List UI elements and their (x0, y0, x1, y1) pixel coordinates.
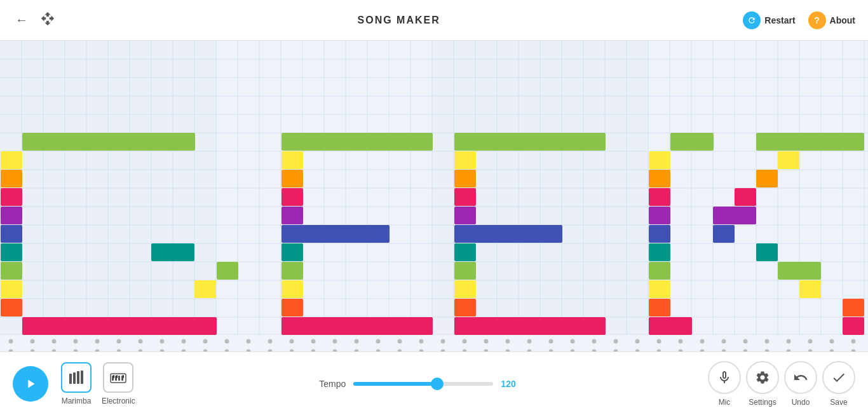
marimba-label: Marimba (62, 397, 92, 405)
settings-button[interactable]: Settings (746, 361, 779, 407)
svg-rect-92 (454, 243, 476, 261)
svg-rect-99 (649, 151, 670, 169)
about-label: About (830, 15, 855, 25)
svg-point-139 (441, 339, 445, 344)
svg-rect-84 (281, 317, 433, 335)
marimba-button[interactable]: Marimba (61, 362, 92, 405)
svg-point-122 (74, 339, 78, 344)
svg-point-134 (333, 339, 337, 344)
save-icon-circle (822, 361, 855, 394)
svg-point-130 (247, 339, 251, 344)
svg-rect-67 (1, 243, 22, 261)
svg-rect-104 (735, 188, 756, 206)
electronic-icon (103, 362, 133, 393)
instrument-group: Marimba Electronic (61, 362, 135, 405)
svg-rect-77 (281, 188, 303, 206)
svg-rect-69 (1, 280, 22, 298)
tempo-label: Tempo (319, 379, 346, 389)
svg-rect-79 (281, 225, 390, 243)
svg-point-121 (52, 339, 57, 344)
restart-icon (743, 11, 761, 29)
svg-point-156 (808, 339, 813, 344)
header: ← SONG MAKER Restart ? About (0, 0, 868, 41)
svg-rect-61 (22, 133, 195, 151)
svg-rect-98 (756, 133, 864, 151)
svg-point-124 (117, 339, 121, 344)
play-button[interactable] (13, 366, 48, 402)
svg-rect-85 (217, 262, 238, 280)
song-grid-area[interactable] (0, 41, 868, 351)
svg-rect-101 (756, 170, 778, 187)
svg-rect-82 (281, 280, 303, 298)
svg-point-119 (9, 339, 13, 344)
svg-rect-62 (1, 151, 22, 169)
page-title: SONG MAKER (358, 15, 440, 26)
svg-point-129 (225, 339, 229, 344)
tempo-value: 120 (501, 379, 524, 389)
svg-rect-114 (799, 280, 821, 298)
svg-rect-86 (454, 133, 606, 151)
svg-point-138 (419, 339, 424, 344)
right-tools: Mic Settings Undo Save (708, 361, 855, 407)
about-icon: ? (808, 11, 826, 29)
svg-rect-73 (194, 280, 216, 298)
svg-point-143 (527, 339, 532, 344)
restart-button[interactable]: Restart (743, 11, 795, 29)
marimba-icon (61, 362, 92, 393)
svg-rect-115 (649, 299, 670, 316)
svg-rect-97 (670, 133, 714, 151)
svg-point-155 (787, 339, 791, 344)
mic-button[interactable]: Mic (708, 361, 741, 407)
settings-icon-circle (746, 361, 779, 394)
svg-rect-103 (649, 188, 670, 206)
undo-icon-circle (784, 361, 817, 394)
svg-point-137 (398, 339, 402, 344)
svg-point-133 (311, 339, 316, 344)
svg-rect-113 (649, 280, 670, 298)
tempo-thumb[interactable] (431, 378, 444, 390)
undo-button[interactable]: Undo (784, 361, 817, 407)
svg-rect-199 (69, 374, 72, 384)
svg-rect-200 (73, 372, 76, 384)
svg-point-149 (657, 339, 661, 344)
electronic-button[interactable]: Electronic (102, 362, 135, 405)
about-button[interactable]: ? About (808, 11, 855, 29)
svg-point-150 (679, 339, 683, 344)
svg-rect-201 (77, 371, 79, 384)
svg-rect-208 (113, 375, 114, 378)
svg-point-127 (182, 339, 186, 344)
mic-icon-circle (708, 361, 741, 394)
svg-point-145 (571, 339, 575, 344)
save-button[interactable]: Save (822, 361, 855, 407)
svg-rect-108 (713, 225, 735, 243)
svg-rect-64 (1, 188, 22, 206)
svg-rect-209 (116, 375, 118, 378)
save-label: Save (830, 398, 847, 407)
svg-rect-74 (281, 133, 433, 151)
svg-rect-63 (1, 170, 22, 187)
back-button[interactable]: ← (13, 10, 31, 30)
svg-rect-87 (454, 151, 476, 169)
svg-point-125 (139, 339, 143, 344)
svg-point-140 (463, 339, 467, 344)
move-icon[interactable] (41, 11, 55, 29)
electronic-label: Electronic (102, 397, 135, 405)
svg-rect-112 (778, 262, 821, 280)
svg-rect-71 (22, 317, 217, 335)
tempo-slider[interactable] (353, 382, 493, 386)
svg-rect-65 (1, 207, 22, 224)
svg-point-132 (290, 339, 294, 344)
svg-point-131 (268, 339, 273, 344)
svg-point-147 (614, 339, 618, 344)
svg-rect-106 (713, 207, 756, 224)
restart-label: Restart (764, 15, 795, 25)
svg-rect-81 (281, 262, 303, 280)
svg-rect-95 (454, 299, 476, 316)
svg-rect-91 (454, 225, 562, 243)
svg-rect-105 (649, 207, 670, 224)
svg-point-148 (635, 339, 640, 344)
song-grid-canvas[interactable] (0, 41, 868, 351)
svg-point-123 (95, 339, 100, 344)
svg-rect-83 (281, 299, 303, 316)
svg-rect-68 (1, 262, 22, 280)
